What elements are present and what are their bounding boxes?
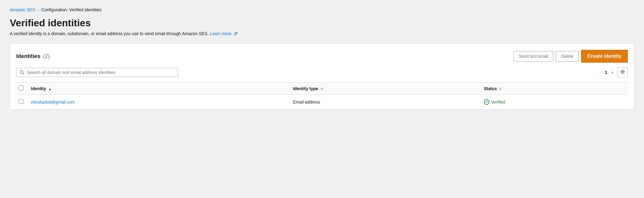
identity-column-label: Identity (31, 86, 46, 91)
table-body: cloudsploit@gmail.com Email address ✓ Ve… (16, 95, 628, 109)
status-cell: ✓ Verified (480, 95, 628, 109)
identity-type-column-label: Identity type (293, 86, 318, 91)
gear-icon (620, 69, 625, 74)
breadcrumb: Amazon SES › Configuration: Verified ide… (10, 7, 634, 12)
panel-title-group: Identities (2) (16, 53, 50, 60)
settings-button[interactable] (617, 68, 628, 77)
status-label: Verified (491, 100, 506, 105)
identity-type-cell: Email address (289, 95, 480, 109)
row-checkbox-cell (16, 95, 27, 109)
table-row: cloudsploit@gmail.com Email address ✓ Ve… (16, 95, 628, 109)
pagination-prev-button[interactable]: ‹ (597, 68, 602, 76)
identity-type-column-header[interactable]: Identity type ▽ (289, 82, 480, 95)
svg-line-3 (23, 73, 24, 75)
learn-more-label: Learn more (210, 31, 232, 36)
page-container: Amazon SES › Configuration: Verified ide… (0, 0, 644, 198)
breadcrumb-parent-link[interactable]: Amazon SES (10, 7, 35, 12)
pagination-page: 1 (605, 70, 607, 75)
identities-panel: Identities (2) Send test email Delete Cr… (10, 43, 634, 110)
panel-title-text: Identities (16, 53, 40, 59)
identity-cell: cloudsploit@gmail.com (27, 95, 289, 109)
create-identity-button[interactable]: Create identity (581, 50, 628, 63)
pagination-controls: ‹ 1 › (597, 68, 628, 77)
learn-more-link[interactable]: Learn more (210, 31, 238, 36)
description-italic: verified identity (13, 31, 42, 36)
identity-link[interactable]: cloudsploit@gmail.com (31, 100, 75, 105)
table-header: Identity ▲ Identity type ▽ Status ▽ (16, 82, 628, 95)
breadcrumb-current: Configuration: Verified identities (41, 7, 101, 12)
status-sort-icon: ▽ (499, 87, 502, 91)
description-suffix: is a domain, subdomain, or email address… (42, 31, 209, 36)
status-column-header[interactable]: Status ▽ (480, 82, 628, 95)
identity-sort-asc-icon: ▲ (49, 87, 52, 91)
panel-title-count: (2) (43, 53, 50, 59)
status-column-label: Status (484, 86, 497, 91)
page-description: A verified identity is a domain, subdoma… (10, 31, 634, 36)
identity-type-sort-icon: ▽ (321, 87, 323, 91)
external-link-icon (234, 32, 237, 35)
search-input[interactable] (27, 70, 175, 75)
select-all-checkbox[interactable] (19, 86, 24, 90)
breadcrumb-separator: › (38, 8, 39, 12)
search-icon (20, 70, 24, 75)
svg-point-4 (622, 71, 624, 73)
page-title: Verified identities (10, 17, 634, 29)
panel-actions: Send test email Delete Create identity (514, 50, 628, 63)
send-test-email-button[interactable]: Send test email (514, 51, 554, 62)
identity-column-header[interactable]: Identity ▲ (27, 82, 289, 95)
delete-button[interactable]: Delete (556, 51, 578, 62)
row-checkbox[interactable] (19, 99, 24, 104)
panel-header: Identities (2) Send test email Delete Cr… (16, 50, 628, 63)
description-prefix: A (10, 31, 13, 36)
panel-title: Identities (2) (16, 53, 50, 59)
select-all-header (16, 82, 27, 95)
identities-table: Identity ▲ Identity type ▽ Status ▽ (16, 82, 628, 109)
search-box (16, 68, 178, 77)
search-row: ‹ 1 › (16, 68, 628, 77)
pagination-next-button[interactable]: › (610, 68, 615, 76)
status-verified: ✓ Verified (484, 99, 624, 105)
verified-check-icon: ✓ (484, 99, 489, 105)
